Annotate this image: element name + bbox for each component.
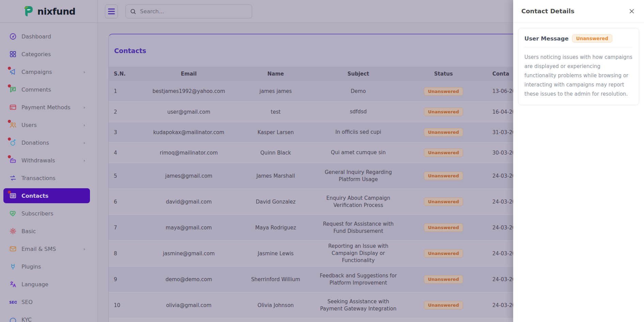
sidebar-item-label: Language bbox=[21, 281, 48, 288]
cell-name: James Marshall bbox=[245, 173, 306, 179]
sidebar-item-label: Payment Methods bbox=[21, 104, 70, 111]
chevron-right-icon: › bbox=[83, 69, 85, 75]
cell-email: user@gmail.com bbox=[133, 109, 245, 115]
cell-subject: Request for Assistance with Fund Disburs… bbox=[306, 221, 410, 235]
withdrawals-icon bbox=[9, 157, 17, 164]
cell-name: Kasper Larsen bbox=[245, 129, 306, 135]
sidebar-nav: DashboardCategoriesCampaigns›CommentsPay… bbox=[0, 23, 97, 322]
email-sms-icon bbox=[9, 245, 17, 253]
close-drawer-button[interactable] bbox=[628, 7, 636, 15]
status-badge: Unanswered bbox=[424, 108, 463, 116]
cell-name: David Gonzalez bbox=[245, 199, 306, 205]
status-badge: Unanswered bbox=[424, 128, 463, 136]
cell-sn: 7 bbox=[109, 225, 133, 231]
cell-name: Olivia Johnson bbox=[245, 302, 306, 308]
brand-logo[interactable]: nixfund bbox=[0, 0, 97, 23]
sidebar-item-campaigns[interactable]: Campaigns› bbox=[3, 64, 90, 79]
contact-details-drawer: Contact Details User Message Unanswered … bbox=[513, 0, 644, 322]
cell-status: Unanswered bbox=[410, 87, 477, 96]
notification-dot bbox=[8, 191, 11, 194]
cell-email: jasmine@gmail.com bbox=[133, 251, 245, 257]
chevron-right-icon: › bbox=[83, 158, 85, 163]
drawer-body: User Message Unanswered Users noticing i… bbox=[513, 22, 644, 111]
user-message-title-row: User Message Unanswered bbox=[524, 34, 633, 47]
user-message-title: User Message bbox=[524, 35, 569, 42]
cell-sn: 5 bbox=[109, 173, 133, 179]
status-badge: Unanswered bbox=[424, 249, 463, 258]
cell-sn: 8 bbox=[109, 251, 133, 257]
search-input[interactable] bbox=[140, 8, 248, 15]
cell-email: olivia@gmail.com bbox=[133, 302, 245, 308]
chevron-right-icon: › bbox=[83, 246, 85, 252]
cell-name: Quinn Black bbox=[245, 150, 306, 156]
cell-status: Unanswered bbox=[410, 275, 477, 284]
page-title: Contacts bbox=[114, 47, 146, 54]
status-badge: Unanswered bbox=[424, 301, 463, 309]
status-badge: Unanswered bbox=[424, 172, 463, 180]
sidebar-item-contacts[interactable]: Contacts bbox=[3, 188, 90, 203]
notification-dot bbox=[8, 84, 11, 87]
cell-subject: Seeking Assistance with Payment Gateway … bbox=[306, 298, 410, 312]
cell-name: james james bbox=[245, 88, 306, 94]
notification-dot bbox=[8, 138, 11, 141]
cell-email: david@gmail.com bbox=[133, 199, 245, 205]
sidebar-item-label: Email & SMS bbox=[21, 246, 56, 252]
user-message-card: User Message Unanswered Users noticing i… bbox=[518, 28, 639, 105]
sidebar-item-language[interactable]: Language bbox=[3, 277, 90, 292]
chevron-right-icon: › bbox=[83, 123, 85, 128]
sidebar-item-label: Subscribers bbox=[21, 210, 53, 217]
transactions-icon bbox=[9, 174, 17, 182]
sidebar-item-subscribers[interactable]: Subscribers bbox=[3, 206, 90, 221]
nixfund-logo-icon bbox=[22, 5, 34, 17]
cell-status: Unanswered bbox=[410, 301, 477, 309]
sidebar: nixfund DashboardCategoriesCampaigns›Com… bbox=[0, 0, 98, 322]
cell-email: maya@gmail.com bbox=[133, 225, 245, 231]
seo-icon: SEO bbox=[9, 298, 17, 306]
cell-sn: 9 bbox=[109, 276, 133, 283]
cell-sn: 3 bbox=[109, 129, 133, 135]
subscribers-icon bbox=[9, 210, 17, 217]
sidebar-item-withdrawals[interactable]: Withdrawals› bbox=[3, 153, 90, 168]
cell-email: demo@demo.com bbox=[133, 276, 245, 283]
sidebar-toggle-button[interactable] bbox=[105, 4, 118, 18]
plugins-icon bbox=[9, 263, 17, 270]
drawer-header: Contact Details bbox=[513, 0, 644, 22]
sidebar-item-donations[interactable]: Donations› bbox=[3, 135, 90, 150]
status-badge: Unanswered bbox=[424, 275, 463, 284]
sidebar-item-plugins[interactable]: Plugins bbox=[3, 259, 90, 274]
donations-icon bbox=[9, 139, 17, 146]
sidebar-item-comments[interactable]: Comments bbox=[3, 82, 90, 97]
close-icon bbox=[628, 8, 635, 15]
status-badge: Unanswered bbox=[424, 87, 463, 96]
sidebar-item-categories[interactable]: Categories bbox=[3, 47, 90, 62]
global-search[interactable] bbox=[125, 4, 252, 18]
notification-dot bbox=[8, 67, 11, 70]
users-icon bbox=[9, 121, 17, 129]
sidebar-item-dashboard[interactable]: Dashboard bbox=[3, 29, 90, 44]
search-icon bbox=[130, 8, 137, 15]
cell-status: Unanswered bbox=[410, 148, 477, 157]
sidebar-item-label: Campaigns bbox=[21, 69, 52, 75]
drawer-title: Contact Details bbox=[521, 7, 574, 15]
sidebar-item-label: Dashboard bbox=[21, 33, 51, 40]
sidebar-item-kyc[interactable]: KYC bbox=[3, 312, 90, 322]
svg-text:SEO: SEO bbox=[9, 300, 17, 304]
cell-status: Unanswered bbox=[410, 108, 477, 116]
sidebar-item-seo[interactable]: SEOSEO bbox=[3, 294, 90, 309]
cell-email: james@gmail.com bbox=[133, 173, 245, 179]
cell-status: Unanswered bbox=[410, 197, 477, 206]
payment-methods-icon bbox=[9, 103, 17, 111]
column-header-sn: S.N. bbox=[109, 71, 133, 77]
kyc-icon bbox=[9, 316, 17, 322]
sidebar-item-users[interactable]: Users› bbox=[3, 117, 90, 132]
cell-sn: 2 bbox=[109, 109, 133, 115]
sidebar-item-transactions[interactable]: Transactions bbox=[3, 171, 90, 186]
notification-dot bbox=[8, 155, 11, 158]
sidebar-item-email-sms[interactable]: Email & SMS› bbox=[3, 241, 90, 256]
sidebar-item-basic[interactable]: Basic bbox=[3, 224, 90, 239]
cell-name: Maya Rodriguez bbox=[245, 225, 306, 231]
categories-icon bbox=[9, 50, 17, 58]
cell-name: Jasmine Lewis bbox=[245, 251, 306, 257]
cell-subject: In officiis sed cupi bbox=[306, 129, 410, 136]
sidebar-item-payment-methods[interactable]: Payment Methods› bbox=[3, 100, 90, 115]
